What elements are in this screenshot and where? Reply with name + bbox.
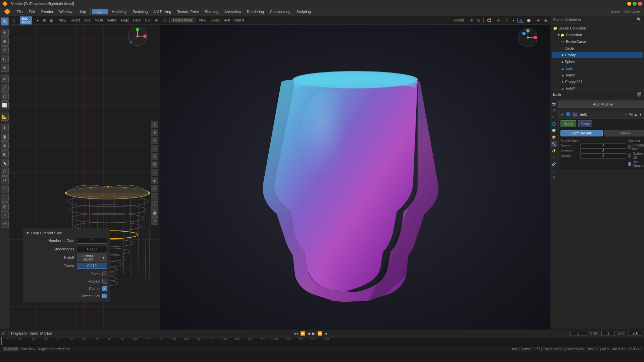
tree-scene-collection[interactable]: 📁 Scene Collection [552, 25, 643, 32]
vp-r-select[interactable]: Select [209, 18, 221, 22]
prop-material-btn[interactable]: ⬡ [551, 174, 557, 180]
apply-button[interactable]: Apply [560, 120, 577, 127]
mod-mode-edit[interactable]: ✏ [625, 113, 627, 116]
menu-blender[interactable]: 🔶 [1, 8, 13, 15]
play-btn[interactable]: ▶ [312, 331, 315, 336]
mod-move-up[interactable]: ▲ [634, 113, 637, 116]
workspace-modeling[interactable]: Modeling [109, 9, 129, 14]
vp-r-obj-mode[interactable]: Object Mode [171, 18, 194, 22]
vp-r-pivot[interactable]: ◎ [476, 18, 482, 22]
vp-r-global[interactable]: Global [452, 18, 466, 22]
menu-file[interactable]: File [14, 9, 25, 14]
lv-tool-11[interactable]: ⌖ [151, 201, 158, 208]
lv-tool-1[interactable]: ⊙ [151, 121, 158, 128]
prop-physics-btn[interactable]: ⚛ [551, 154, 557, 160]
transform-tool-btn[interactable]: ⊕ [1, 64, 9, 72]
mod-move-down[interactable]: ▼ [639, 113, 642, 116]
prop-particles-btn[interactable]: ✨ [551, 147, 557, 154]
vp-add[interactable]: Add [83, 18, 92, 22]
modifier-name[interactable]: bulb [580, 112, 623, 116]
prop-obj-btn[interactable]: 📦 [551, 134, 557, 140]
annotate-tool-btn[interactable]: ✏ [1, 75, 9, 83]
prop-icon-scene[interactable]: 🎬 [636, 92, 641, 97]
falloff-dropdown[interactable]: ⌒ Inverse Square ▼ [77, 253, 107, 262]
vp-r-xray-toggle[interactable]: ◑ [542, 18, 549, 22]
vp-r-rendered[interactable]: ⬤ [525, 18, 532, 22]
workspace-scripting[interactable]: Scripting [294, 9, 314, 14]
vp-r-material[interactable]: ◑ [517, 18, 524, 23]
vp-r-overlay-toggle[interactable]: ⊕ [535, 18, 541, 22]
viewport-value-input[interactable] [580, 148, 626, 154]
tree-empty[interactable]: ✦ Empty [552, 52, 643, 58]
vp-r-proportional[interactable]: ⊙ [495, 18, 501, 22]
measure-tool-btn[interactable]: 📐 [1, 113, 9, 121]
timeline-editor-icon[interactable]: ⬡ [2, 331, 5, 336]
catmull-clark-btn[interactable]: Catmull-Clark [560, 130, 603, 136]
rip-btn[interactable]: ✂ [1, 220, 9, 228]
tree-beziercurve[interactable]: 〜 BezierCurve [552, 38, 643, 45]
workspace-layout[interactable]: Layout [92, 9, 108, 14]
smooth-btn[interactable]: ⌒ [1, 185, 9, 193]
shear-btn[interactable]: ⟋ [1, 211, 9, 219]
annotate-erase-btn[interactable]: ⬜ [1, 101, 9, 109]
tree-bulb[interactable]: ▲ bulb [552, 65, 643, 72]
bevel-btn[interactable]: ◈ [1, 141, 9, 149]
lv-tool-10[interactable]: ⊡ [151, 193, 158, 200]
lv-tool-7[interactable]: ⊙ [151, 169, 158, 176]
lv-tool-5[interactable]: ⊞ [151, 153, 158, 160]
maximize-btn[interactable] [633, 2, 637, 6]
extrude-btn[interactable]: ⬆ [1, 124, 9, 132]
end-frame-input[interactable] [629, 331, 642, 336]
close-btn[interactable] [638, 2, 642, 6]
lv-tool-2[interactable]: ⊕ [151, 129, 158, 136]
vp-editor-type-btn[interactable]: ⬡ [11, 18, 17, 22]
start-frame-input[interactable] [601, 331, 615, 336]
lv-tool-8[interactable]: ◉ [151, 177, 158, 184]
number-of-cuts-input[interactable] [77, 238, 107, 244]
lv-tool-4[interactable]: ⤢ [151, 145, 158, 152]
prop-output-btn[interactable]: 🖨 [551, 107, 557, 113]
cursor-tool-btn[interactable]: ✛ [1, 29, 9, 37]
select-tool-btn[interactable]: ↖ [1, 17, 9, 25]
view-label[interactable]: View [30, 331, 38, 336]
vp-vertex-btn[interactable]: ● [35, 18, 40, 22]
vp-r-add[interactable]: Add [222, 18, 232, 22]
rotate-tool-btn[interactable]: ↻ [1, 46, 9, 54]
vp-edge-btn[interactable]: ⊞ [41, 18, 47, 22]
add-modifier-btn[interactable]: Add Modifier [558, 101, 644, 108]
lv-tool-6[interactable]: ☰ [151, 161, 158, 168]
play-reverse-btn[interactable]: ◀ [307, 331, 310, 336]
factor-input[interactable] [77, 263, 107, 269]
vp-r-snap[interactable]: 🧲 [485, 18, 492, 22]
prop-world-btn[interactable]: 🌍 [551, 127, 557, 133]
prop-scene-btn[interactable]: 🌐 [551, 121, 557, 127]
prop-constraints-btn[interactable]: 🔗 [551, 161, 557, 167]
vp-mesh[interactable]: Mesh [93, 18, 104, 22]
minimize-btn[interactable] [627, 2, 631, 6]
vp-view[interactable]: View [57, 18, 68, 22]
viewport-material[interactable]: ⬡ Object Mode View Select Add Object Glo… [160, 16, 550, 329]
poly-build-btn[interactable]: ⬡ [1, 168, 9, 176]
workspace-add[interactable]: + [314, 9, 322, 14]
workspace-uv-editing[interactable]: UV Editing [151, 9, 174, 14]
tree-bulb2-2[interactable]: ▲ bulb2 [552, 85, 643, 90]
simple-btn[interactable]: Simple [604, 130, 644, 136]
lv-tool-9[interactable]: ⬡ [151, 185, 158, 192]
smoothness-input[interactable] [77, 246, 107, 252]
overlay-btn[interactable]: ⊕ [153, 18, 159, 22]
jump-end-btn[interactable]: ⏭ [324, 331, 328, 336]
current-frame-input[interactable] [570, 331, 587, 336]
smooth-keep-checkbox[interactable] [628, 145, 631, 149]
menu-window[interactable]: Window [57, 9, 75, 14]
workspace-sculpting[interactable]: Sculpting [130, 9, 150, 14]
tree-collection[interactable]: ▼📁 Collection [552, 32, 643, 38]
timeline-bar[interactable]: 0 10 20 30 40 50 60 70 80 90 100 110 120… [0, 338, 644, 345]
lv-tool-12[interactable]: ⬤ [151, 209, 158, 217]
vp-select[interactable]: Select [69, 18, 82, 22]
prop-view-layer-btn[interactable]: 🗂 [551, 114, 557, 120]
panel-collapse-icon[interactable]: ▼ [26, 231, 30, 235]
copy-button[interactable]: Copy [578, 120, 593, 127]
vp-r-view[interactable]: View [197, 18, 208, 22]
lv-tool-3[interactable]: ⟲ [151, 137, 158, 144]
tree-circle[interactable]: ○ Circle [552, 45, 643, 52]
